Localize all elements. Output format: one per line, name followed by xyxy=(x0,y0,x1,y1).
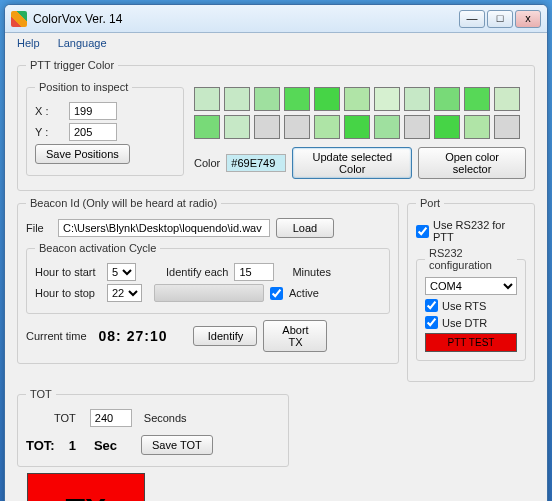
color-swatch[interactable] xyxy=(314,87,340,111)
position-legend: Position to inspect xyxy=(35,81,132,93)
tx-indicator: TX xyxy=(27,473,145,501)
ptt-trigger-color-group: PTT trigger Color Position to inspect X … xyxy=(17,59,535,191)
cycle-slider[interactable] xyxy=(154,284,264,302)
color-swatch[interactable] xyxy=(494,115,520,139)
color-swatch[interactable] xyxy=(224,87,250,111)
hour-stop-label: Hour to stop xyxy=(35,287,101,299)
color-swatch[interactable] xyxy=(434,115,460,139)
use-rts-label: Use RTS xyxy=(442,300,486,312)
color-swatch[interactable] xyxy=(464,87,490,111)
color-swatch[interactable] xyxy=(374,115,400,139)
load-button[interactable]: Load xyxy=(276,218,334,238)
hour-start-label: Hour to start xyxy=(35,266,101,278)
y-label: Y : xyxy=(35,126,63,138)
menu-help[interactable]: Help xyxy=(17,37,40,49)
beacon-id-group: Beacon Id (Only will be heard at radio) … xyxy=(17,197,399,364)
app-window: ColorVox Ver. 14 — □ x Help Language PTT… xyxy=(4,4,548,501)
active-checkbox[interactable] xyxy=(270,287,283,300)
tot-count-value: 1 xyxy=(69,438,76,453)
color-swatch[interactable] xyxy=(194,87,220,111)
save-positions-button[interactable]: Save Positions xyxy=(35,144,130,164)
color-swatch[interactable] xyxy=(344,115,370,139)
abort-tx-button[interactable]: Abort TX xyxy=(263,320,327,352)
x-input[interactable] xyxy=(69,102,117,120)
color-swatch[interactable] xyxy=(224,115,250,139)
tot-group: TOT TOT Seconds TOT: 1 Sec Save TOT xyxy=(17,388,289,467)
color-swatch[interactable] xyxy=(344,87,370,111)
color-swatch[interactable] xyxy=(434,87,460,111)
tot-count-label: TOT: xyxy=(26,438,55,453)
rs232-config-group: RS232 configuration COM4 Use RTS Use DTR… xyxy=(416,247,526,361)
color-swatch[interactable] xyxy=(194,115,220,139)
tot-legend: TOT xyxy=(26,388,56,400)
use-rts-checkbox[interactable] xyxy=(425,299,438,312)
hour-start-select[interactable]: 5 xyxy=(107,263,136,281)
port-legend: Port xyxy=(416,197,444,209)
maximize-button[interactable]: □ xyxy=(487,10,513,28)
color-swatch[interactable] xyxy=(254,115,280,139)
color-swatch[interactable] xyxy=(314,115,340,139)
tot-sec-label: Sec xyxy=(94,438,117,453)
com-port-select[interactable]: COM4 xyxy=(425,277,517,295)
use-dtr-checkbox[interactable] xyxy=(425,316,438,329)
close-button[interactable]: x xyxy=(515,10,541,28)
hour-stop-select[interactable]: 22 xyxy=(107,284,142,302)
identify-button[interactable]: Identify xyxy=(193,326,257,346)
tot-input[interactable] xyxy=(90,409,132,427)
app-icon xyxy=(11,11,27,27)
port-group: Port Use RS232 for PTT RS232 configurati… xyxy=(407,197,535,382)
color-swatch[interactable] xyxy=(254,87,280,111)
update-selected-color-button[interactable]: Update selected Color xyxy=(292,147,412,179)
x-label: X : xyxy=(35,105,63,117)
minimize-button[interactable]: — xyxy=(459,10,485,28)
color-swatch[interactable] xyxy=(404,87,430,111)
use-rs232-checkbox[interactable] xyxy=(416,225,429,238)
file-label: File xyxy=(26,222,52,234)
beacon-cycle-group: Beacon activation Cycle Hour to start 5 … xyxy=(26,242,390,314)
ptt-test-button[interactable]: PTT TEST xyxy=(425,333,517,352)
window-title: ColorVox Ver. 14 xyxy=(33,12,459,26)
position-inspect-group: Position to inspect X : Y : Save Positio… xyxy=(26,81,184,176)
active-label: Active xyxy=(289,287,319,299)
color-label: Color xyxy=(194,157,220,169)
save-tot-button[interactable]: Save TOT xyxy=(141,435,213,455)
color-value-input[interactable] xyxy=(226,154,286,172)
minutes-label: Minutes xyxy=(292,266,331,278)
current-time-label: Current time xyxy=(26,330,87,342)
color-swatch[interactable] xyxy=(284,87,310,111)
ptt-legend: PTT trigger Color xyxy=(26,59,118,71)
menubar: Help Language xyxy=(5,33,547,53)
seconds-label: Seconds xyxy=(144,412,187,424)
color-swatch[interactable] xyxy=(284,115,310,139)
use-dtr-label: Use DTR xyxy=(442,317,487,329)
cycle-legend: Beacon activation Cycle xyxy=(35,242,160,254)
current-time-value: 08: 27:10 xyxy=(99,328,168,344)
color-swatch[interactable] xyxy=(494,87,520,111)
use-rs232-label: Use RS232 for PTT xyxy=(433,219,526,243)
beacon-legend: Beacon Id (Only will be heard at radio) xyxy=(26,197,221,209)
file-input[interactable] xyxy=(58,219,270,237)
rs232-cfg-legend: RS232 configuration xyxy=(425,247,517,271)
titlebar[interactable]: ColorVox Ver. 14 — □ x xyxy=(5,5,547,33)
color-swatch[interactable] xyxy=(464,115,490,139)
identify-each-label: Identify each xyxy=(166,266,228,278)
y-input[interactable] xyxy=(69,123,117,141)
menu-language[interactable]: Language xyxy=(58,37,107,49)
color-swatches xyxy=(194,87,526,139)
color-swatch[interactable] xyxy=(374,87,400,111)
identify-each-input[interactable] xyxy=(234,263,274,281)
color-swatch[interactable] xyxy=(404,115,430,139)
tot-label: TOT xyxy=(54,412,76,424)
open-color-selector-button[interactable]: Open color selector xyxy=(418,147,526,179)
